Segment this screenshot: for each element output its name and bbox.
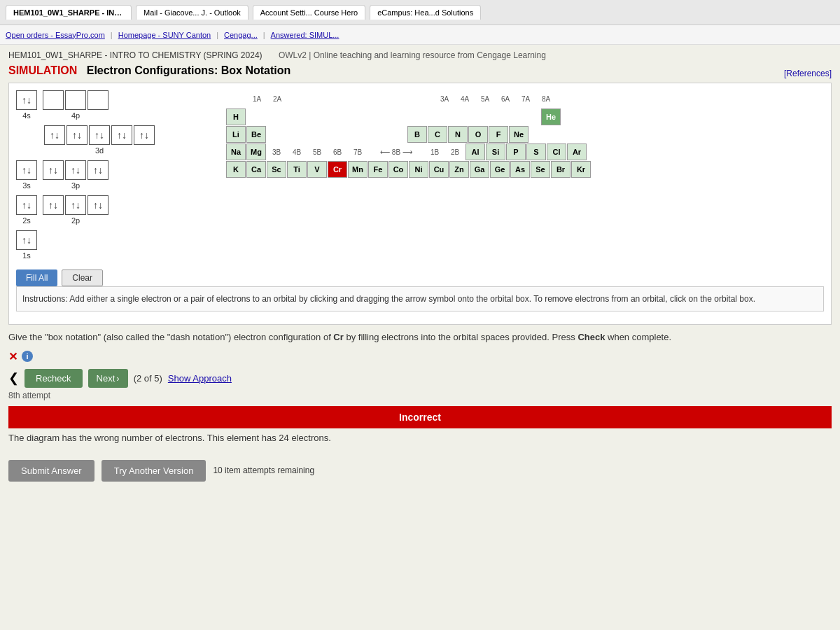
pt-zn[interactable]: Zn — [449, 161, 469, 178]
pt-f[interactable]: F — [489, 126, 508, 143]
orbital-2s-box1[interactable]: ↑↓ — [16, 195, 37, 215]
orbital-1s-group: ↑↓ 1s — [16, 230, 37, 260]
pt-se[interactable]: Se — [531, 161, 550, 178]
pt-fe[interactable]: Fe — [368, 161, 388, 178]
pt-b[interactable]: B — [407, 126, 427, 143]
pt-mn[interactable]: Mn — [348, 161, 368, 178]
nav-answered[interactable]: Answered: SIMUL... — [271, 31, 340, 39]
attempt-label: 8th attempt — [8, 391, 832, 400]
incorrect-banner: Incorrect — [8, 406, 832, 428]
next-button[interactable]: Next › — [88, 369, 128, 388]
orbital-3p-box1[interactable]: ↑↓ — [43, 160, 64, 180]
pt-cu[interactable]: Cu — [429, 161, 449, 178]
orbital-4p-box1[interactable] — [43, 90, 64, 110]
pt-ne[interactable]: Ne — [509, 126, 528, 143]
pt-al[interactable]: Al — [465, 144, 485, 160]
instructions-text: Instructions: Add either a single electr… — [16, 286, 824, 312]
pt-he[interactable]: He — [541, 108, 561, 125]
nav-cengage[interactable]: Cengag... — [224, 31, 258, 39]
pt-ti[interactable]: Ti — [287, 161, 307, 178]
pt-ge[interactable]: Ge — [490, 161, 510, 178]
group-2b: 2B — [445, 144, 465, 160]
orbital-2p-group: ↑↓ ↑↓ ↑↓ 2p — [43, 195, 108, 225]
orbital-2s-group: ↑↓ 2s — [16, 195, 37, 225]
pt-v[interactable]: V — [307, 161, 327, 178]
back-arrow-icon[interactable]: ❮ — [8, 370, 19, 386]
tab-account[interactable]: Account Setti... Course Hero — [253, 5, 365, 20]
pt-kr[interactable]: Kr — [571, 161, 591, 178]
orbital-3s-box1[interactable]: ↑↓ — [16, 160, 37, 180]
orbital-4p-group: 4p — [43, 90, 108, 120]
group-4b: 4B — [287, 144, 307, 160]
orbital-3d-group: ↑↓ ↑↓ ↑↓ ↑↓ ↑↓ 3d — [44, 125, 155, 155]
pt-mg[interactable]: Mg — [246, 144, 266, 160]
submit-answer-button[interactable]: Submit Answer — [8, 460, 94, 482]
group-3b: 3B — [267, 144, 286, 160]
orbital-3s-group: ↑↓ 3s — [16, 160, 37, 190]
try-another-button[interactable]: Try Another Version — [102, 460, 206, 482]
nav-homepage[interactable]: Homepage - SUNY Canton — [118, 31, 211, 39]
course-label: HEM101_0W1_SHARPE - INTRO TO CHEMISTRY (… — [8, 50, 262, 60]
pt-li[interactable]: Li — [226, 126, 246, 143]
pt-k[interactable]: K — [226, 161, 246, 178]
recheck-button[interactable]: Recheck — [24, 369, 83, 388]
orbital-4s-box1[interactable]: ↑↓ — [16, 90, 37, 110]
tab-ecampus[interactable]: eCampus: Hea...d Solutions — [370, 5, 481, 20]
check-label: Check — [578, 332, 605, 342]
pt-ni[interactable]: Ni — [409, 161, 428, 178]
pt-o[interactable]: O — [468, 126, 488, 143]
sim-buttons: Fill All Clear — [16, 270, 212, 286]
orbital-3d-box4[interactable]: ↑↓ — [111, 125, 132, 145]
group-label-2a: 2A — [267, 90, 287, 107]
orbital-2p-box3[interactable]: ↑↓ — [88, 195, 108, 215]
orbital-3d-box2[interactable]: ↑↓ — [66, 125, 88, 145]
orbital-2p-label: 2p — [71, 216, 80, 225]
orbital-2p-box1[interactable]: ↑↓ — [43, 195, 64, 215]
pt-ar[interactable]: Ar — [567, 144, 587, 160]
pt-p[interactable]: P — [506, 144, 526, 160]
orbital-2s-label: 2s — [22, 216, 31, 225]
next-label: Next — [97, 373, 115, 384]
orbital-2p-box2[interactable]: ↑↓ — [65, 195, 86, 215]
tab-mail[interactable]: Mail - Giacove... J. - Outlook — [136, 5, 248, 20]
pt-as[interactable]: As — [510, 161, 530, 178]
orbital-3p-box2[interactable]: ↑↓ — [65, 160, 86, 180]
show-approach-link[interactable]: Show Approach — [168, 373, 232, 384]
pt-br[interactable]: Br — [551, 161, 570, 178]
pt-sc[interactable]: Sc — [267, 161, 286, 178]
pt-si[interactable]: Si — [486, 144, 505, 160]
orbital-1s-box1[interactable]: ↑↓ — [16, 230, 37, 250]
sim-title: Electron Configurations: Box Notation — [87, 64, 291, 76]
orbital-3d-box5[interactable]: ↑↓ — [134, 125, 155, 145]
orbital-3d-box1[interactable]: ↑↓ — [44, 125, 65, 145]
simulation-box: ↑↓ 4s 4p — [8, 83, 832, 325]
progress-text: (2 of 5) — [134, 373, 162, 384]
references-link[interactable]: [References] — [784, 69, 832, 78]
pt-h[interactable]: H — [226, 108, 246, 125]
fill-all-button[interactable]: Fill All — [16, 270, 57, 286]
orbital-3d-box3[interactable]: ↑↓ — [89, 125, 110, 145]
orbital-4p-box2[interactable] — [65, 90, 86, 110]
clear-button[interactable]: Clear — [62, 270, 103, 286]
simulation-title: SIMULATION Electron Configurations: Box … — [8, 64, 290, 77]
orbital-4s-group: ↑↓ 4s — [16, 90, 37, 120]
pt-c[interactable]: C — [428, 126, 447, 143]
pt-na[interactable]: Na — [226, 144, 246, 160]
pt-cr[interactable]: Cr — [328, 161, 347, 178]
orbital-3p-box3[interactable]: ↑↓ — [88, 160, 108, 180]
owlv2-label: OWLv2 | Online teaching and learning res… — [279, 50, 546, 60]
tab-chemistry[interactable]: HEM101_0W1_SHARPE - INTRO TO CHEMISTRY (… — [6, 5, 132, 20]
element-name: Cr — [333, 332, 343, 342]
info-icon[interactable]: i — [22, 351, 33, 362]
orbital-1s-label: 1s — [22, 251, 31, 260]
page-header: HEM101_0W1_SHARPE - INTRO TO CHEMISTRY (… — [8, 50, 832, 60]
pt-cl[interactable]: Cl — [547, 144, 566, 160]
pt-co[interactable]: Co — [388, 161, 408, 178]
pt-ca[interactable]: Ca — [246, 161, 266, 178]
pt-be[interactable]: Be — [246, 126, 266, 143]
orbital-4p-box3[interactable] — [88, 90, 108, 110]
nav-open-orders[interactable]: Open orders - EssayPro.com — [6, 31, 105, 39]
pt-n[interactable]: N — [448, 126, 468, 143]
pt-s[interactable]: S — [526, 144, 546, 160]
pt-ga[interactable]: Ga — [470, 161, 489, 178]
